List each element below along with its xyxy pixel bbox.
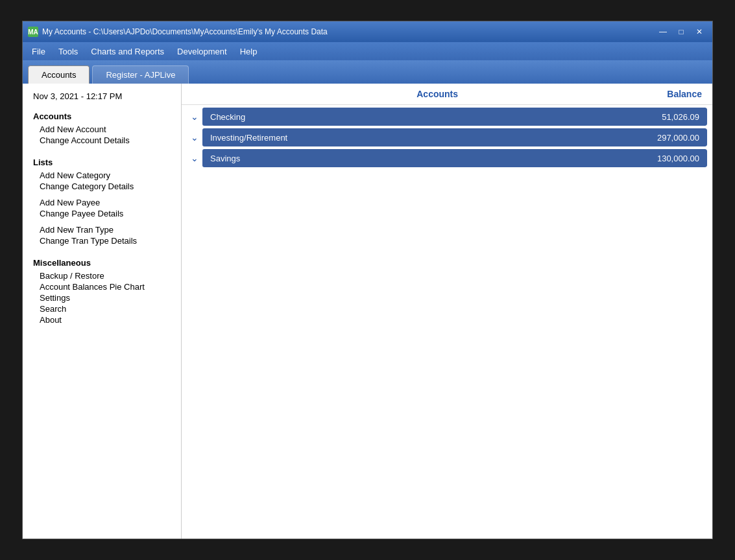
menu-tools[interactable]: Tools [52, 44, 84, 59]
account-bar-savings[interactable]: Savings 130,000.00 [202, 149, 707, 167]
accounts-column-header: Accounts [208, 89, 667, 99]
sidebar-link-change-payee[interactable]: Change Payee Details [33, 208, 171, 219]
sidebar-link-change-tran-type[interactable]: Change Tran Type Details [33, 235, 171, 246]
tab-accounts[interactable]: Accounts [28, 65, 90, 84]
sidebar-datetime: Nov 3, 2021 - 12:17 PM [33, 91, 171, 101]
account-name-investing: Investing/Retirement [210, 133, 287, 143]
sidebar-section-lists: Lists [33, 158, 171, 167]
balance-column-header: Balance [667, 89, 702, 99]
sidebar-link-add-tran-type[interactable]: Add New Tran Type [33, 224, 171, 235]
account-bar-investing[interactable]: Investing/Retirement 297,000.00 [202, 128, 707, 146]
sidebar-link-change-account[interactable]: Change Account Details [33, 135, 171, 146]
account-balance-checking: 51,026.09 [662, 112, 699, 122]
account-name-checking: Checking [210, 112, 245, 122]
minimize-button[interactable]: — [655, 25, 671, 38]
account-bar-checking[interactable]: Checking 51,026.09 [202, 108, 707, 126]
expand-btn-checking[interactable]: ⌄ [187, 108, 202, 126]
sidebar-link-add-category[interactable]: Add New Category [33, 170, 171, 181]
expand-btn-investing[interactable]: ⌄ [187, 128, 202, 146]
menu-help[interactable]: Help [234, 44, 264, 59]
menu-bar: File Tools Charts and Reports Developmen… [23, 42, 712, 60]
window-title: My Accounts - C:\Users\AJPDo\Documents\M… [42, 27, 655, 36]
main-panel: Accounts Balance ⌄ Checking 51,026.09 ⌄ … [182, 84, 712, 539]
sidebar-section-misc: Miscellaneous [33, 258, 171, 268]
sidebar-link-search[interactable]: Search [33, 303, 171, 314]
tab-register-ajplive[interactable]: Register - AJPLive [92, 65, 189, 84]
expand-btn-savings[interactable]: ⌄ [187, 149, 202, 167]
menu-file[interactable]: File [25, 44, 52, 59]
close-button[interactable]: ✕ [692, 25, 707, 38]
app-icon: MA [28, 27, 38, 37]
account-balance-investing: 297,000.00 [657, 133, 699, 143]
menu-charts-reports[interactable]: Charts and Reports [84, 44, 171, 59]
menu-development[interactable]: Development [171, 44, 234, 59]
main-window: MA My Accounts - C:\Users\AJPDo\Document… [22, 21, 713, 539]
sidebar-link-about[interactable]: About [33, 314, 171, 325]
sidebar-link-settings[interactable]: Settings [33, 292, 171, 303]
sidebar-section-accounts: Accounts [33, 111, 171, 121]
sidebar-link-backup[interactable]: Backup / Restore [33, 270, 171, 281]
sidebar-link-add-account[interactable]: Add New Account [33, 124, 171, 135]
window-controls: — □ ✕ [655, 25, 707, 38]
account-balance-savings: 130,000.00 [657, 154, 699, 163]
account-row-investing: ⌄ Investing/Retirement 297,000.00 [187, 128, 707, 146]
sidebar-link-pie-chart[interactable]: Account Balances Pie Chart [33, 281, 171, 292]
account-name-savings: Savings [210, 154, 240, 163]
tabs-bar: Accounts Register - AJPLive [23, 60, 712, 84]
title-bar: MA My Accounts - C:\Users\AJPDo\Document… [23, 21, 712, 42]
account-row-savings: ⌄ Savings 130,000.00 [187, 149, 707, 167]
account-row-checking: ⌄ Checking 51,026.09 [187, 108, 707, 126]
sidebar-link-change-category[interactable]: Change Category Details [33, 181, 171, 192]
sidebar-link-add-payee[interactable]: Add New Payee [33, 197, 171, 208]
sidebar: Nov 3, 2021 - 12:17 PM Accounts Add New … [23, 84, 182, 539]
maximize-button[interactable]: □ [673, 25, 689, 38]
accounts-table-header: Accounts Balance [182, 84, 712, 105]
content-area: Nov 3, 2021 - 12:17 PM Accounts Add New … [23, 84, 712, 539]
